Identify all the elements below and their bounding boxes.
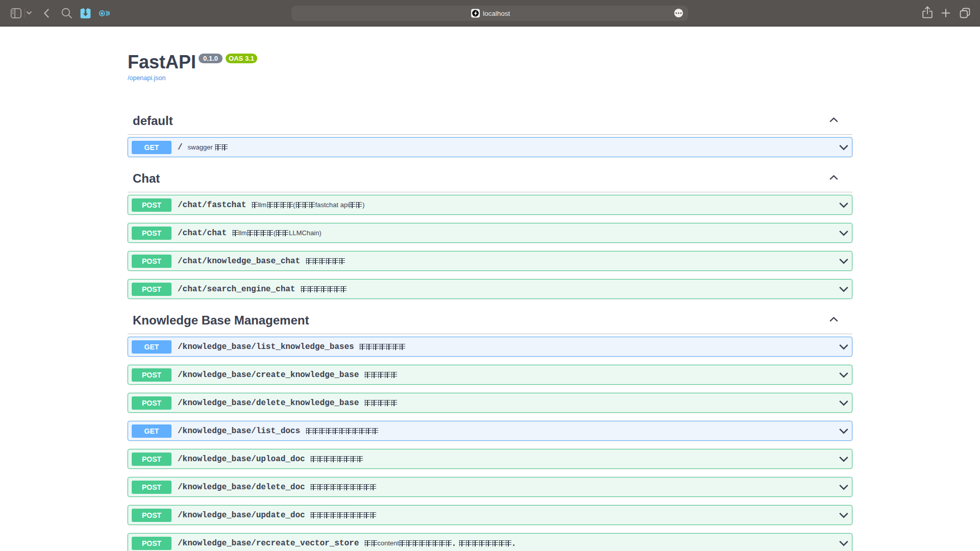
svg-text:localhost: localhost <box>483 10 510 17</box>
